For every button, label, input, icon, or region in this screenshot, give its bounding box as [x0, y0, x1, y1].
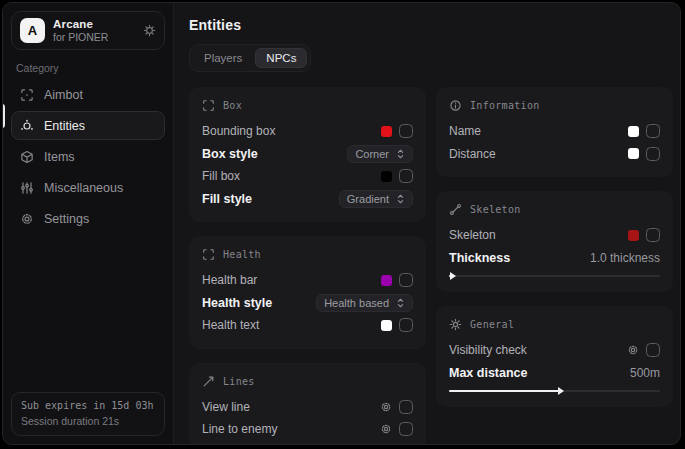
setting-row-box-style: Box style Corner	[202, 143, 413, 166]
card-title: Box	[223, 100, 242, 111]
session-duration-text: Session duration 21s	[21, 415, 155, 427]
sidebar-nav: Aimbot Entities	[3, 80, 173, 233]
setting-row-fill-style: Fill style Gradient	[202, 188, 413, 211]
entity-type-tabs: Players NPCs	[189, 44, 311, 72]
color-swatch[interactable]	[381, 275, 392, 286]
box-card: Box Bounding box Box style Corner	[189, 87, 426, 222]
setting-label: Fill style	[202, 192, 252, 206]
information-card: Information Name Distance	[436, 87, 673, 177]
bounding-box-checkbox[interactable]	[399, 124, 413, 138]
setting-label: Line to enemy	[202, 422, 277, 436]
entities-icon	[20, 119, 34, 133]
sidebar-item-label: Entities	[44, 119, 85, 133]
select-value: Gradient	[347, 193, 389, 205]
setting-row-bounding-box: Bounding box	[202, 120, 413, 143]
setting-label: Bounding box	[202, 124, 275, 138]
sidebar-item-label: Aimbot	[44, 88, 83, 102]
view-line-settings-gear-icon[interactable]	[380, 401, 392, 413]
color-swatch[interactable]	[628, 126, 639, 137]
setting-row-name: Name	[449, 120, 660, 143]
color-swatch[interactable]	[381, 126, 392, 137]
distance-checkbox[interactable]	[646, 147, 660, 161]
tab-npcs[interactable]: NPCs	[255, 48, 307, 68]
slider-handle[interactable]	[450, 272, 456, 280]
card-title: Skeleton	[470, 204, 521, 215]
setting-label: Name	[449, 124, 481, 138]
left-column: Box Bounding box Box style Corner	[189, 87, 426, 445]
app-header-card: A Arcane for PIONER	[11, 11, 165, 50]
sidebar-item-label: Items	[44, 150, 75, 164]
line-to-enemy-settings-gear-icon[interactable]	[380, 423, 392, 435]
setting-row-fill-box: Fill box	[202, 165, 413, 188]
health-card: Health Health bar Health style Health ba…	[189, 236, 426, 349]
sidebar-item-items[interactable]: Items	[11, 142, 165, 171]
box-style-select[interactable]: Corner	[347, 145, 413, 163]
health-style-select[interactable]: Health based	[316, 294, 413, 312]
box-card-header: Box	[202, 99, 413, 112]
general-card-header: General	[449, 318, 660, 331]
sidebar-item-aimbot[interactable]: Aimbot	[11, 80, 165, 109]
unfold-icon	[396, 298, 405, 308]
subscription-info-card: Sub expires in 15d 03h Session duration …	[11, 392, 165, 436]
name-checkbox[interactable]	[646, 124, 660, 138]
skeleton-checkbox[interactable]	[646, 228, 660, 242]
skeleton-card-header: Skeleton	[449, 203, 660, 216]
setting-row-health-text: Health text	[202, 314, 413, 337]
health-bar-checkbox[interactable]	[399, 273, 413, 287]
visibility-check-checkbox[interactable]	[646, 343, 660, 357]
active-item-marker	[2, 104, 5, 128]
sidebar-item-settings[interactable]: Settings	[11, 204, 165, 233]
settings-columns: Box Bounding box Box style Corner	[189, 87, 673, 445]
setting-row-view-line: View line	[202, 396, 413, 419]
setting-label: Health style	[202, 296, 272, 310]
sliders-icon	[20, 181, 34, 195]
app-title-block: Arcane for PIONER	[53, 18, 108, 43]
max-distance-value: 500m	[630, 366, 660, 380]
setting-label: Distance	[449, 147, 496, 161]
slider-handle[interactable]	[558, 387, 564, 395]
setting-label: Max distance	[449, 366, 528, 380]
gear-icon	[20, 212, 34, 226]
sidebar-item-entities[interactable]: Entities	[11, 111, 165, 140]
max-distance-slider[interactable]	[449, 387, 660, 395]
lines-card: Lines View line	[189, 363, 426, 446]
card-title: Information	[470, 100, 540, 111]
health-text-checkbox[interactable]	[399, 318, 413, 332]
visibility-check-settings-gear-icon[interactable]	[627, 344, 639, 356]
thickness-value: 1.0 thickness	[590, 251, 660, 265]
lines-card-header: Lines	[202, 375, 413, 388]
setting-row-health-style: Health style Health based	[202, 292, 413, 315]
sub-expires-text: Sub expires in 15d 03h	[21, 400, 155, 411]
crosshair-icon	[20, 88, 34, 102]
setting-row-skeleton: Skeleton	[449, 224, 660, 247]
select-value: Health based	[324, 297, 389, 309]
app-window: A Arcane for PIONER Category	[2, 2, 681, 445]
category-label: Category	[16, 62, 173, 74]
setting-label: Health bar	[202, 273, 257, 287]
fill-style-select[interactable]: Gradient	[339, 190, 413, 208]
cube-icon	[20, 150, 34, 164]
tab-players[interactable]: Players	[193, 48, 253, 68]
app-logo: A	[20, 18, 45, 43]
health-card-header: Health	[202, 248, 413, 261]
color-swatch[interactable]	[628, 230, 639, 241]
thickness-slider[interactable]	[449, 272, 660, 280]
line-to-enemy-checkbox[interactable]	[399, 422, 413, 436]
color-swatch[interactable]	[628, 148, 639, 159]
color-swatch[interactable]	[381, 320, 392, 331]
card-title: General	[470, 319, 514, 330]
general-card: General Visibility check	[436, 306, 673, 407]
color-swatch[interactable]	[381, 171, 392, 182]
sidebar-item-miscellaneous[interactable]: Miscellaneous	[11, 173, 165, 202]
fill-box-checkbox[interactable]	[399, 169, 413, 183]
right-column: Information Name Distance	[436, 87, 673, 407]
view-line-checkbox[interactable]	[399, 400, 413, 414]
slider-fill	[449, 390, 559, 392]
setting-row-distance: Distance	[449, 143, 660, 166]
setting-label: Fill box	[202, 169, 240, 183]
diagonal-line-icon	[202, 375, 215, 388]
skeleton-card: Skeleton Skeleton Thickness 1.0 thicknes…	[436, 191, 673, 292]
setting-label: Visibility check	[449, 343, 527, 357]
slider-fill	[449, 275, 451, 277]
header-gear-icon[interactable]	[143, 24, 156, 37]
